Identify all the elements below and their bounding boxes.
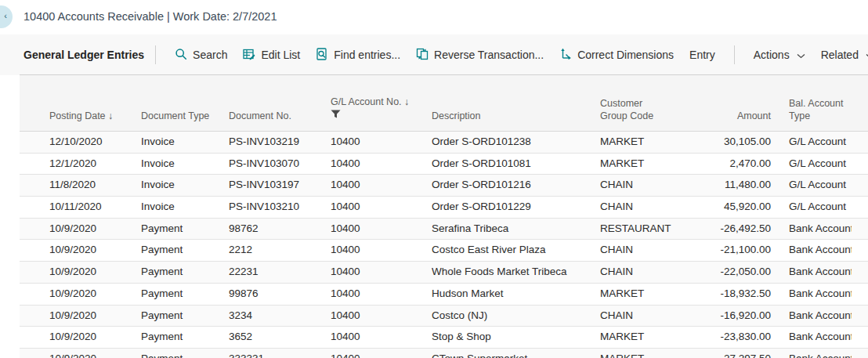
cell-gl_account_no[interactable]: 10400 [331,349,432,358]
cell-customer_group[interactable]: MARKET [600,132,699,153]
table-row[interactable]: 12/10/2020InvoicePS-INV10321910400Order … [20,132,868,154]
cell-posting_date[interactable]: 10/9/2020 [20,284,141,305]
cell-bal_account[interactable]: G/L Account [776,197,852,218]
table-row[interactable]: 10/9/2020Payment33333110400CTown Superma… [20,349,868,358]
table-row[interactable]: 11/8/2020InvoicePS-INV10319710400Order S… [20,175,868,197]
cell-description[interactable]: CTown Supermarket [432,349,600,358]
cell-customer_group[interactable]: MARKET [600,284,699,305]
cell-gl_account_no[interactable]: 10400 [331,175,432,196]
cell-document_no[interactable]: 333331 [229,349,331,358]
column-header-document_type[interactable]: Document Type [141,75,229,131]
cell-document_type[interactable]: Payment [141,284,229,305]
cell-document_type[interactable]: Invoice [141,197,229,218]
cell-amount[interactable]: -26,492.50 [699,219,776,240]
find-entries-button[interactable]: Find entries... [308,43,408,67]
cell-gl_account_no[interactable]: 10400 [331,284,432,305]
table-row[interactable]: 12/1/2020InvoicePS-INV10307010400Order S… [20,154,868,175]
cell-customer_group[interactable]: CHAIN [600,306,699,327]
cell-customer_group[interactable]: CHAIN [600,262,699,283]
cell-posting_date[interactable]: 12/1/2020 [20,154,141,175]
cell-document_type[interactable]: Payment [141,306,229,327]
cell-description[interactable]: Order S-ORD101216 [432,175,600,196]
cell-bal_account[interactable]: Bank Account [776,262,852,283]
cell-gl_account_no[interactable]: 10400 [331,262,432,283]
cell-document_type[interactable]: Payment [141,262,229,283]
table-row[interactable]: 10/9/2020Payment2223110400Whole Foods Ma… [20,262,868,284]
correct-dimensions-button[interactable]: Correct Dimensions [552,43,682,67]
cell-description[interactable]: Order S-ORD101238 [432,132,600,153]
entry-menu-button[interactable]: Entry [682,44,723,66]
column-header-posting_date[interactable]: Posting Date ↓ [20,75,141,131]
cell-document_no[interactable]: 98762 [229,219,331,240]
column-header-amount[interactable]: Amount [699,75,776,131]
cell-document_no[interactable]: PS-INV103219 [229,132,331,153]
cell-gl_account_no[interactable]: 10400 [331,327,432,348]
cell-bal_account[interactable]: Bank Account [776,219,852,240]
cell-document_type[interactable]: Payment [141,219,229,240]
cell-description[interactable]: Serafina Tribeca [432,219,600,240]
cell-bal_account[interactable]: Bank Account [776,349,852,358]
cell-description[interactable]: Order S-ORD101229 [432,197,600,218]
cell-amount[interactable]: -23,830.00 [699,327,776,348]
cell-posting_date[interactable]: 10/9/2020 [20,240,141,261]
cell-gl_account_no[interactable]: 10400 [331,197,432,218]
cell-posting_date[interactable]: 10/9/2020 [20,219,141,240]
cell-document_no[interactable]: PS-INV103210 [229,197,331,218]
cell-description[interactable]: Costco East River Plaza [432,240,600,261]
cell-document_no[interactable]: PS-INV103070 [229,154,331,175]
reverse-transaction-button[interactable]: Reverse Transaction... [408,43,552,67]
cell-bal_account[interactable]: G/L Account [776,132,852,153]
edit-list-button[interactable]: Edit List [235,43,308,67]
cell-bal_account[interactable]: Bank Account [776,327,852,348]
column-header-description[interactable]: Description [432,75,600,131]
cell-description[interactable]: Order S-ORD101081 [432,154,600,175]
cell-amount[interactable]: 11,480.00 [699,175,776,196]
cell-posting_date[interactable]: 10/9/2020 [20,327,141,348]
cell-customer_group[interactable]: CHAIN [600,197,699,218]
cell-customer_group[interactable]: MARKET [600,154,699,175]
cell-document_type[interactable]: Invoice [141,154,229,175]
cell-amount[interactable]: -18,932.50 [699,284,776,305]
search-button[interactable]: Search [167,43,235,67]
cell-posting_date[interactable]: 12/10/2020 [20,132,141,153]
cell-posting_date[interactable]: 11/8/2020 [20,175,141,196]
cell-customer_group[interactable]: CHAIN [600,240,699,261]
table-row[interactable]: 10/9/2020Payment9987610400Hudson MarketM… [20,284,868,306]
actions-menu-button[interactable]: Actions [746,44,813,66]
cell-customer_group[interactable]: MARKET [600,327,699,348]
cell-document_type[interactable]: Invoice [141,175,229,196]
cell-document_no[interactable]: 3234 [229,306,331,327]
cell-customer_group[interactable]: CHAIN [600,175,699,196]
cell-description[interactable]: Hudson Market [432,284,600,305]
cell-bal_account[interactable]: Bank Account [776,240,852,261]
cell-document_type[interactable]: Payment [141,327,229,348]
cell-bal_account[interactable]: G/L Account [776,154,852,175]
cell-posting_date[interactable]: 10/9/2020 [20,349,141,358]
cell-description[interactable]: Stop & Shop [432,327,600,348]
cell-gl_account_no[interactable]: 10400 [331,154,432,175]
cell-amount[interactable]: -16,920.00 [699,306,776,327]
table-row[interactable]: 10/9/2020Payment365210400Stop & ShopMARK… [20,327,868,349]
column-header-bal_account[interactable]: Bal. AccountType [776,75,852,131]
cell-amount[interactable]: -27,297.50 [699,349,776,358]
cell-bal_account[interactable]: Bank Account [776,306,852,327]
cell-amount[interactable]: 30,105.00 [699,132,776,153]
cell-posting_date[interactable]: 10/9/2020 [20,262,141,283]
column-header-customer_group[interactable]: CustomerGroup Code [600,75,699,131]
cell-gl_account_no[interactable]: 10400 [331,306,432,327]
cell-gl_account_no[interactable]: 10400 [331,240,432,261]
cell-document_no[interactable]: PS-INV103197 [229,175,331,196]
column-header-document_no[interactable]: Document No. [229,75,331,131]
cell-amount[interactable]: -22,050.00 [699,262,776,283]
table-row[interactable]: 10/9/2020Payment323410400Costco (NJ)CHAI… [20,306,868,327]
cell-posting_date[interactable]: 10/9/2020 [20,306,141,327]
cell-document_no[interactable]: 22231 [229,262,331,283]
cell-description[interactable]: Costco (NJ) [432,306,600,327]
cell-amount[interactable]: -21,100.00 [699,240,776,261]
cell-document_no[interactable]: 99876 [229,284,331,305]
back-button[interactable]: ‹ [0,5,13,28]
cell-gl_account_no[interactable]: 10400 [331,132,432,153]
cell-document_type[interactable]: Payment [141,349,229,358]
cell-description[interactable]: Whole Foods Market Tribeca [432,262,600,283]
cell-customer_group[interactable]: MARKET [600,349,699,358]
